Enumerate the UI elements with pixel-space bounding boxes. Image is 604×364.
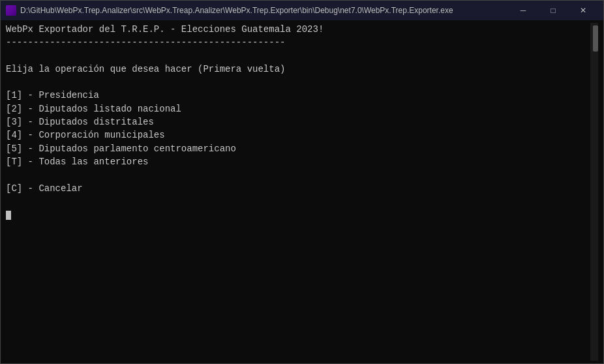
title-bar-text: D:\GitHub\WebPx.Trep.Analizer\src\WebPx.…	[20, 6, 503, 15]
title-bar-buttons: ─ □ ✕	[508, 1, 598, 20]
minimize-button[interactable]: ─	[508, 1, 538, 20]
scrollbar-thumb[interactable]	[593, 25, 598, 52]
scrollbar[interactable]	[590, 23, 598, 361]
maximize-button[interactable]: □	[538, 1, 568, 20]
terminal-window: D:\GitHub\WebPx.Trep.Analizer\src\WebPx.…	[0, 0, 604, 364]
console-output: WebPx Exportador del T.R.E.P. - Eleccion…	[6, 23, 590, 361]
close-button[interactable]: ✕	[568, 1, 598, 20]
cursor	[6, 211, 11, 220]
title-bar: D:\GitHub\WebPx.Trep.Analizer\src\WebPx.…	[1, 1, 603, 20]
console-area[interactable]: WebPx Exportador del T.R.E.P. - Eleccion…	[1, 20, 603, 363]
app-icon	[6, 5, 16, 16]
